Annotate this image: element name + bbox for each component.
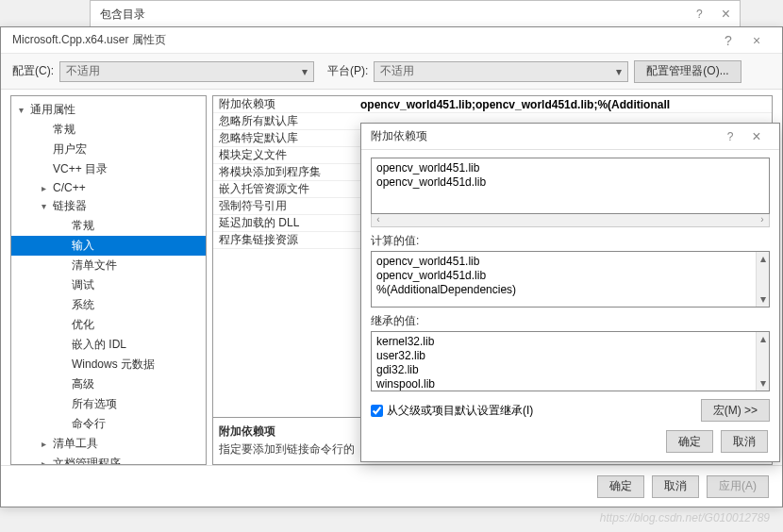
edit-line: opencv_world451.lib: [376, 161, 764, 175]
tree-item-label: 链接器: [53, 198, 87, 214]
sub-close-icon[interactable]: ×: [743, 128, 770, 145]
scroll-left-icon[interactable]: ‹: [372, 214, 385, 226]
macro-button[interactable]: 宏(M) >>: [701, 399, 770, 422]
inherited-line: winspool.lib: [376, 377, 764, 391]
property-name: 忽略所有默认库: [213, 113, 355, 129]
background-dialog: 包含目录 ? ×: [90, 0, 741, 28]
cancel-button[interactable]: 取消: [652, 475, 699, 498]
inherited-line: kernel32.lib: [376, 335, 764, 349]
tree-item-label: 常规: [53, 122, 75, 138]
inherited-line: user32.lib: [376, 349, 764, 363]
tree-item-label: 清单工具: [53, 436, 98, 452]
config-manager-button[interactable]: 配置管理器(O)...: [634, 60, 741, 83]
window-title: Microsoft.Cpp.x64.user 属性页: [12, 32, 714, 48]
computed-line: opencv_world451d.lib: [376, 269, 764, 283]
inherited-label: 继承的值:: [371, 313, 770, 329]
titlebar: Microsoft.Cpp.x64.user 属性页 ? ×: [1, 27, 782, 54]
bg-title: 包含目录: [100, 7, 145, 23]
ok-button[interactable]: 确定: [597, 475, 644, 498]
property-name: 忽略特定默认库: [213, 130, 355, 146]
property-name: 将模块添加到程序集: [213, 164, 355, 180]
config-label: 配置(C):: [12, 63, 54, 79]
apply-button[interactable]: 应用(A): [707, 475, 769, 498]
property-name: 延迟加载的 DLL: [213, 215, 355, 231]
tree-item[interactable]: ▸文档管理程序: [11, 454, 206, 465]
tree-item-label: 命令行: [72, 416, 106, 432]
tree-item[interactable]: ▸C/C++: [11, 179, 206, 196]
tree-item[interactable]: ▾链接器: [11, 196, 206, 216]
tree-arrow-icon: ▸: [42, 439, 53, 449]
computed-label: 计算的值:: [371, 233, 770, 249]
config-row: 配置(C): 不适用 平台(P): 不适用 配置管理器(O)...: [1, 54, 782, 90]
tree-item-label: VC++ 目录: [53, 161, 108, 177]
tree-item[interactable]: 常规: [11, 216, 206, 236]
tree-item-label: 所有选项: [72, 396, 117, 412]
property-name: 附加依赖项: [213, 96, 355, 112]
inherit-checkbox-label: 从父级或项目默认设置继承(I): [387, 403, 533, 419]
tree-arrow-icon: ▾: [19, 105, 30, 115]
tree-item-label: 用户宏: [53, 141, 87, 158]
tree-item[interactable]: 清单文件: [11, 256, 206, 275]
sub-ok-button[interactable]: 确定: [666, 430, 713, 453]
property-name: 强制符号引用: [213, 198, 355, 214]
tree-arrow-icon: ▸: [42, 183, 53, 193]
property-value: opencv_world451.lib;opencv_world451d.lib…: [355, 98, 772, 111]
vertical-scrollbar[interactable]: ▴▾: [756, 332, 769, 391]
help-button[interactable]: ?: [714, 33, 742, 48]
sub-help-button[interactable]: ?: [717, 130, 743, 143]
bg-help-icon[interactable]: ?: [696, 8, 703, 21]
config-dropdown[interactable]: 不适用: [59, 61, 314, 82]
tree-item-label: 优化: [72, 317, 94, 333]
tree-item[interactable]: 命令行: [11, 414, 206, 434]
edit-line: opencv_world451d.lib: [376, 175, 764, 190]
deps-edit-textarea[interactable]: opencv_world451.libopencv_world451d.lib: [371, 158, 770, 214]
tree-item[interactable]: VC++ 目录: [11, 159, 206, 179]
tree-arrow-icon: ▾: [42, 201, 53, 211]
tree-item[interactable]: 系统: [11, 295, 206, 315]
tree-item[interactable]: 调试: [11, 275, 206, 295]
bg-close-icon[interactable]: ×: [722, 6, 730, 23]
tree-arrow-icon: ▸: [42, 458, 53, 465]
platform-label: 平台(P):: [327, 63, 368, 79]
tree-item-label: 输入: [72, 238, 94, 254]
property-name: 模块定义文件: [213, 147, 355, 163]
sub-titlebar: 附加依赖项 ? ×: [361, 124, 779, 150]
tree-item-label: 调试: [72, 277, 94, 293]
computed-line: %(AdditionalDependencies): [376, 283, 764, 297]
inherited-line: gdi32.lib: [376, 363, 764, 377]
category-tree[interactable]: ▾通用属性常规用户宏VC++ 目录▸C/C++▾链接器常规输入清单文件调试系统优…: [10, 95, 207, 465]
inherit-checkbox[interactable]: [371, 405, 383, 417]
sub-title: 附加依赖项: [371, 128, 717, 144]
tree-item-label: 通用属性: [30, 102, 75, 118]
tree-item-label: 常规: [72, 218, 94, 234]
tree-item[interactable]: 嵌入的 IDL: [11, 335, 206, 355]
property-row[interactable]: 附加依赖项opencv_world451.lib;opencv_world451…: [213, 96, 772, 113]
tree-item[interactable]: 输入: [11, 236, 206, 256]
tree-item-label: 高级: [72, 376, 94, 392]
tree-item[interactable]: 所有选项: [11, 394, 206, 414]
property-name: 嵌入托管资源文件: [213, 181, 355, 197]
close-icon[interactable]: ×: [742, 33, 771, 48]
watermark: https://blog.csdn.net/G010012789: [600, 511, 770, 524]
additional-deps-dialog: 附加依赖项 ? × opencv_world451.libopencv_worl…: [360, 123, 780, 462]
tree-item[interactable]: Windows 元数据: [11, 355, 206, 374]
tree-item[interactable]: 常规: [11, 120, 206, 140]
vertical-scrollbar[interactable]: ▴▾: [756, 252, 769, 307]
dialog-button-row: 确定 取消 应用(A): [1, 465, 782, 507]
tree-item[interactable]: 用户宏: [11, 140, 206, 159]
tree-item[interactable]: 高级: [11, 374, 206, 394]
scroll-right-icon[interactable]: ›: [756, 214, 769, 226]
tree-item[interactable]: ▾通用属性: [11, 100, 206, 120]
tree-item-label: C/C++: [53, 181, 86, 194]
computed-line: opencv_world451.lib: [376, 255, 764, 269]
tree-item-label: 嵌入的 IDL: [72, 337, 126, 353]
tree-item[interactable]: ▸清单工具: [11, 434, 206, 454]
sub-button-row: 确定 取消: [361, 422, 779, 461]
sub-cancel-button[interactable]: 取消: [721, 430, 768, 453]
tree-item[interactable]: 优化: [11, 315, 206, 335]
tree-item-label: 文档管理程序: [53, 456, 121, 465]
horizontal-scrollbar[interactable]: ‹ ›: [371, 214, 770, 227]
tree-item-label: 系统: [72, 297, 94, 313]
computed-values-box: opencv_world451.libopencv_world451d.lib%…: [371, 251, 770, 308]
platform-dropdown[interactable]: 不适用: [374, 61, 628, 82]
